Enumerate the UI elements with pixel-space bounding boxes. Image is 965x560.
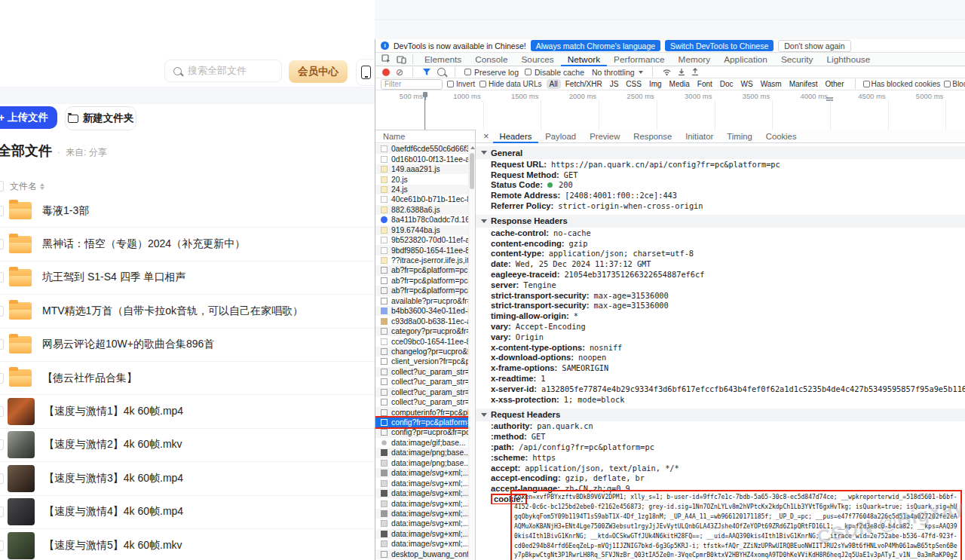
request-row[interactable]: available?pr=ucpro&fr=pc&u: [375, 296, 468, 306]
request-row[interactable]: data:image/png;base...: [375, 448, 468, 457]
request-row[interactable]: collect?uc_param_str=dndsfr: [375, 387, 468, 397]
preserve-log-label[interactable]: Preserve log: [474, 68, 519, 77]
request-row[interactable]: 9b523820-70d0-11ef-aa63-4: [375, 235, 468, 245]
filter-type-ws[interactable]: WS: [738, 79, 756, 89]
request-row[interactable]: data:image/svg+xml;...: [375, 519, 468, 528]
file-checkbox-fragment[interactable]: [0, 473, 4, 484]
mobile-app-button[interactable]: [356, 59, 375, 86]
file-checkbox-fragment[interactable]: [0, 439, 4, 450]
details-tab-response[interactable]: Response: [626, 130, 679, 143]
filter-type-font[interactable]: Font: [694, 79, 715, 89]
request-list-scrollbar[interactable]: [468, 144, 475, 560]
details-tab-timing[interactable]: Timing: [720, 130, 758, 143]
request-row[interactable]: 882.6388a6.js: [375, 205, 468, 215]
file-row[interactable]: MTV精选1万首（自带卡拉ok音轨，可以自己在家唱歌）: [0, 295, 375, 328]
section-header[interactable]: General: [476, 146, 965, 159]
preserve-log-checkbox[interactable]: [464, 69, 471, 75]
filter-type-doc[interactable]: Doc: [717, 79, 737, 89]
file-checkbox-fragment[interactable]: [0, 373, 4, 384]
device-toolbar-icon[interactable]: [394, 54, 408, 66]
request-row[interactable]: data:image/svg+xml;...: [375, 509, 468, 519]
request-row[interactable]: data:image/svg+xml;...: [375, 498, 468, 508]
request-row[interactable]: 20.js: [375, 174, 468, 184]
request-row[interactable]: changelog?pr=ucpro&fr=pc&: [375, 347, 468, 357]
request-row[interactable]: data:image/svg+xml;...: [375, 468, 468, 478]
file-row[interactable]: 【速度与激情3】4k 60帧.mp4: [0, 462, 375, 495]
search-network-icon[interactable]: [437, 68, 446, 76]
request-row[interactable]: 8a411b78c0addc7d.16x16.svg: [375, 215, 468, 225]
tab-lighthouse[interactable]: Lighthouse: [820, 53, 878, 66]
filter-type-media[interactable]: Media: [666, 79, 693, 89]
filter-type-css[interactable]: CSS: [623, 79, 645, 89]
details-tab-headers[interactable]: Headers: [493, 130, 539, 143]
request-row[interactable]: config?fr=pc&platform=pc: [375, 418, 468, 427]
name-column-header[interactable]: Name: [375, 130, 475, 143]
file-row[interactable]: 【德云社作品合集】: [0, 362, 375, 395]
file-checkbox-fragment[interactable]: [0, 406, 4, 417]
file-checkbox-fragment[interactable]: [0, 306, 4, 317]
request-row[interactable]: ??itrace-jserror.iife.js,itrace-in: [375, 256, 468, 265]
request-row[interactable]: config?pr=ucpro&fr=pc&uc_: [375, 427, 468, 437]
request-row[interactable]: collect?uc_param_str=dndsfr: [375, 397, 468, 407]
file-row[interactable]: 【速度与激情1】4k 60帧.mp4: [0, 395, 375, 428]
request-row[interactable]: collect?uc_param_str=dndsfr: [375, 377, 468, 387]
request-row[interactable]: 9bdf9850-1654-11ee-81e7-a: [375, 245, 468, 255]
request-row[interactable]: c93d8a00-b638-11ec-ab3a-6: [375, 316, 468, 326]
tab-performance[interactable]: Performance: [607, 53, 672, 66]
new-folder-button[interactable]: 新建文件夹: [65, 106, 136, 130]
request-row[interactable]: data:image/png;base...: [375, 458, 468, 468]
request-row[interactable]: data:image/svg+xml;...: [375, 478, 468, 488]
hide-data-urls-checkbox[interactable]: [479, 81, 486, 87]
close-icon[interactable]: ×: [479, 130, 493, 142]
hide-data-urls-label[interactable]: Hide data URLs: [489, 80, 542, 88]
details-tab-cookies[interactable]: Cookies: [759, 130, 804, 143]
request-row[interactable]: ab?fr=pc&platform=pc&fram: [375, 276, 468, 286]
section-header[interactable]: Request Headers: [476, 409, 965, 421]
filter-type-other[interactable]: Other: [822, 79, 847, 89]
sort-icon[interactable]: [40, 183, 44, 190]
file-checkbox-fragment[interactable]: [0, 206, 4, 216]
tab-network[interactable]: Network: [561, 53, 607, 66]
request-row[interactable]: data:image/gif;base...: [375, 438, 468, 448]
request-row[interactable]: cce09bc0-1654-11ee-81e7-a: [375, 336, 468, 346]
file-row[interactable]: 黑神话：悟空（专题）2024（补充更新中）: [0, 228, 375, 261]
request-row[interactable]: data:image/svg+xml;...: [375, 539, 468, 549]
request-row[interactable]: 149.aaa291.js: [375, 164, 468, 174]
label-blocked-requests[interactable]: Blocked Requests: [952, 80, 965, 88]
request-row[interactable]: b4bb3600-34e0-11ed-8bf3-0: [375, 306, 468, 316]
select-all-checkbox[interactable]: [0, 181, 4, 191]
request-row[interactable]: 919.6744ba.js: [375, 225, 468, 235]
details-tab-preview[interactable]: Preview: [583, 130, 626, 143]
invert-checkbox[interactable]: [447, 81, 454, 87]
file-checkbox-fragment[interactable]: [0, 506, 4, 517]
throttling-select[interactable]: No throttling: [592, 68, 635, 77]
tab-console[interactable]: Console: [468, 53, 514, 66]
network-conditions-icon[interactable]: [662, 68, 672, 76]
filter-type-all[interactable]: All: [547, 79, 561, 89]
filter-type-manifest[interactable]: Manifest: [786, 79, 821, 89]
dont-show-again-button[interactable]: Don't show again: [778, 40, 850, 52]
filter-type-img[interactable]: Img: [646, 79, 665, 89]
request-row[interactable]: 24.js: [375, 185, 468, 194]
checkbox-has-blocked-cookies[interactable]: [863, 81, 870, 87]
invert-label[interactable]: Invert: [456, 80, 475, 88]
filter-type-js[interactable]: JS: [607, 79, 622, 89]
request-row[interactable]: data:image/svg+xml;...: [375, 529, 468, 539]
request-row[interactable]: computerinfo?fr=pc&platfor.: [375, 407, 468, 417]
file-row[interactable]: 【速度与激情2】4k 60帧.mkv: [0, 429, 375, 462]
section-header[interactable]: Response Headers: [476, 215, 965, 228]
disable-cache-checkbox[interactable]: [525, 69, 532, 75]
file-checkbox-fragment[interactable]: [0, 272, 4, 283]
request-row[interactable]: ab?fr=pc&platform=pc&fram: [375, 286, 468, 295]
tab-security[interactable]: Security: [774, 53, 820, 66]
checkbox-blocked-requests[interactable]: [944, 81, 951, 87]
file-checkbox-fragment[interactable]: [0, 239, 4, 249]
export-har-icon[interactable]: [691, 68, 699, 76]
tab-application[interactable]: Application: [717, 53, 774, 66]
file-checkbox-fragment[interactable]: [0, 540, 4, 551]
column-file-name[interactable]: 文件名: [10, 180, 37, 193]
network-overview-timeline[interactable]: 500 ms1000 ms1500 ms2000 ms2500 ms3000 m…: [375, 90, 965, 130]
switch-to-chinese-button[interactable]: Switch DevTools to Chinese: [665, 40, 774, 51]
file-row[interactable]: 坑王驾到 S1-S4 四季 单口相声: [0, 262, 375, 295]
request-row[interactable]: collect?uc_param_str=dndsfr: [375, 367, 468, 377]
